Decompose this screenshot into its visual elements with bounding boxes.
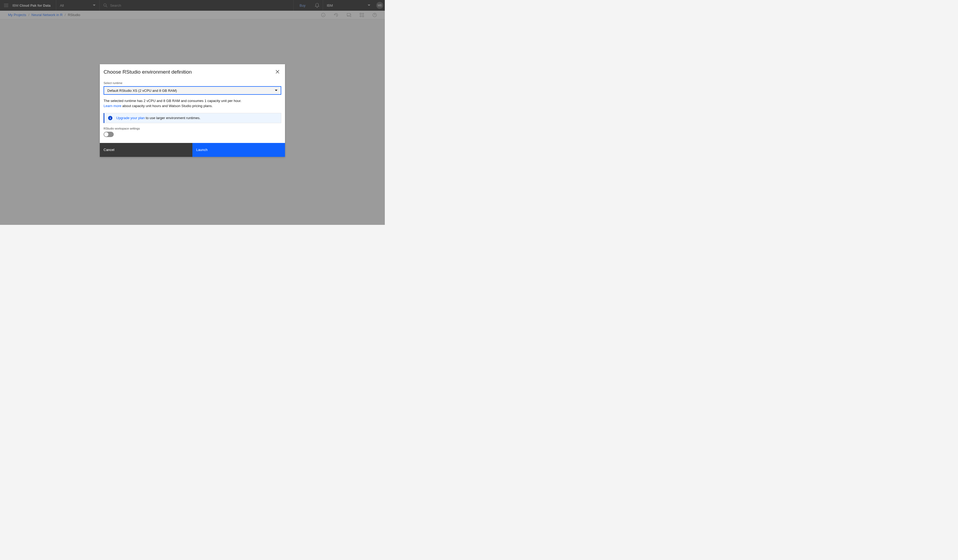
modal-title: Choose RStudio environment definition [103,69,192,75]
launch-button[interactable]: Launch [192,143,285,157]
svg-point-7 [110,117,111,117]
close-icon[interactable] [274,68,281,76]
info-text-rest: to use larger environment runtimes. [145,116,200,120]
info-circle-icon [108,116,113,120]
cancel-button[interactable]: Cancel [100,143,192,157]
workspace-toggle[interactable] [103,132,114,137]
upgrade-plan-link[interactable]: Upgrade your plan [116,116,145,120]
chevron-down-icon [275,90,278,91]
modal-footer: Cancel Launch [100,143,285,157]
info-text: Upgrade your plan to use larger environm… [116,116,200,120]
runtime-select-label: Select runtime [103,81,281,84]
upgrade-info-banner: Upgrade your plan to use larger environm… [103,113,281,123]
workspace-settings-label: RStudio workspace settings [103,127,281,130]
launch-label: Launch [196,148,208,152]
rstudio-env-modal: Choose RStudio environment definition Se… [100,64,285,157]
runtime-select[interactable]: Default RStudio XS (2 vCPU and 8 GB RAM) [103,86,281,95]
workspace-settings-section: RStudio workspace settings [103,127,281,137]
runtime-desc-line2: about capacity unit hours and Watson Stu… [121,104,213,108]
modal-header: Choose RStudio environment definition [100,64,285,76]
svg-rect-8 [110,118,111,119]
cancel-label: Cancel [103,148,114,152]
learn-more-link[interactable]: Learn more [103,104,121,108]
runtime-desc-line1: The selected runtime has 2 vCPU and 8 GB… [103,99,241,103]
runtime-description: The selected runtime has 2 vCPU and 8 GB… [103,98,281,109]
modal-body: Select runtime Default RStudio XS (2 vCP… [100,76,285,143]
runtime-select-value: Default RStudio XS (2 vCPU and 8 GB RAM) [107,89,177,93]
